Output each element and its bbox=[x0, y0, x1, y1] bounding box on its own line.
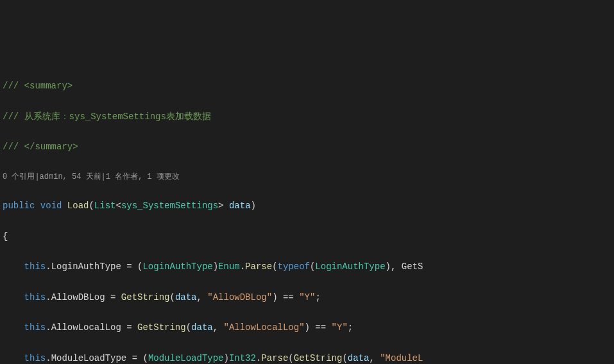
comment-line: /// </summary> bbox=[3, 140, 614, 155]
code-line: this.LoginAuthType = (LoginAuthType)Enum… bbox=[3, 260, 614, 275]
comment-line: /// 从系统库：sys_SystemSettings表加载数据 bbox=[3, 110, 614, 125]
code-editor[interactable]: /// <summary> /// 从系统库：sys_SystemSetting… bbox=[0, 61, 614, 364]
brace-open: { bbox=[3, 229, 614, 245]
comment-line: /// <summary> bbox=[3, 79, 614, 94]
code-line: this.AllowLocalLog = GetString(data, "Al… bbox=[3, 320, 614, 336]
method-signature: public void Load(List<sys_SystemSettings… bbox=[3, 199, 614, 214]
code-line: this.ModuleLoadType = (ModuleLoadType)In… bbox=[3, 351, 614, 364]
codelens-line[interactable]: 0 个引用|admin, 54 天前|1 名作者, 1 项更改 bbox=[3, 170, 614, 183]
code-line: this.AllowDBLog = GetString(data, "Allow… bbox=[3, 290, 614, 306]
